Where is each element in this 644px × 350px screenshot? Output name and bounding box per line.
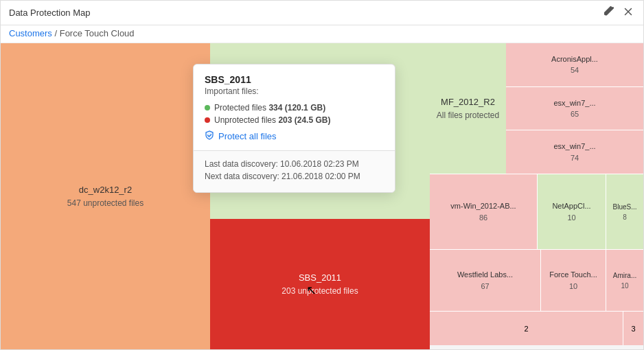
tile-blues[interactable]: BlueS... 8	[606, 174, 643, 249]
protected-text: Protected files 334 (120.1 GB)	[214, 103, 325, 113]
unprotected-dot	[205, 117, 210, 123]
protect-action-label: Protect all files	[218, 131, 277, 141]
tile-vm-win[interactable]: vm-Win_2012-AB... 86	[430, 174, 537, 249]
unprotected-text: Unprotected files 203 (24.5 GB)	[214, 115, 330, 125]
next-discovery: Next data discovery: 21.06.2018 02:00 PM	[205, 172, 384, 181]
tile-right-top-right-stack: AcronisAppl... 54 esx_win7_... 65	[506, 43, 643, 174]
tooltip-lower: Last data discovery: 10.06.2018 02:23 PM…	[194, 151, 395, 192]
titlebar: Data Protection Map	[1, 1, 643, 25]
tooltip-upper: SBS_2011 Important files: Protected file…	[194, 65, 395, 150]
tile-small-2[interactable]: 2	[430, 312, 623, 345]
breadcrumb: Customers / Force Touch Cloud	[1, 25, 643, 43]
tooltip-unprotected-row: Unprotected files 203 (24.5 GB)	[205, 115, 384, 125]
tile-right-bottom-row: Westfield Labs... 67 Force Touch... 10 A…	[430, 249, 643, 311]
tile-esx74[interactable]: esx_win7_... 74	[506, 130, 643, 174]
tile-right-bottom2-row: 2 3	[430, 311, 643, 345]
tile-esx65[interactable]: esx_win7_... 65	[506, 86, 643, 130]
map-container: dc_w2k12_r2 547 unprotected files SBS_20…	[1, 43, 643, 349]
tile-sbs2011-label: SBS_2011 203 unprotected files	[281, 271, 358, 297]
tile-dc-w2k12-label: dc_w2k12_r2 547 unprotected files	[67, 183, 143, 209]
tile-right-col: MF_2012_R2 All files protected AcronisAp…	[430, 43, 643, 349]
shield-icon	[205, 130, 214, 142]
tooltip-title: SBS_2011	[205, 74, 384, 85]
tile-small-3[interactable]: 3	[623, 312, 643, 345]
edit-button[interactable]	[602, 5, 616, 21]
protected-dot	[205, 105, 210, 110]
tile-forcetouch[interactable]: Force Touch... 10	[540, 250, 606, 311]
protect-all-button[interactable]: Protect all files	[205, 130, 384, 142]
tile-mf2012[interactable]: MF_2012_R2 All files protected	[430, 43, 506, 174]
tile-dc-w2k12[interactable]: dc_w2k12_r2 547 unprotected files	[1, 43, 210, 349]
tooltip-popup: SBS_2011 Important files: Protected file…	[193, 64, 395, 193]
tile-acronis[interactable]: AcronisAppl... 54	[506, 43, 643, 86]
tile-right-mid-row: vm-Win_2012-AB... 86 NetAppCl... 10 Blue…	[430, 174, 643, 249]
last-discovery: Last data discovery: 10.06.2018 02:23 PM	[205, 159, 384, 169]
tile-westfield[interactable]: Westfield Labs... 67	[430, 250, 540, 311]
window-title: Data Protection Map	[9, 8, 91, 18]
tooltip-subtitle: Important files:	[205, 86, 384, 96]
tile-sbs2011[interactable]: SBS_2011 203 unprotected files	[210, 219, 430, 349]
tile-netapp[interactable]: NetAppCl... 10	[537, 174, 606, 249]
tile-amira[interactable]: Amira... 10	[606, 250, 643, 311]
breadcrumb-current: Force Touch Cloud	[60, 28, 135, 38]
tooltip-protected-row: Protected files 334 (120.1 GB)	[205, 103, 384, 113]
close-button[interactable]	[621, 5, 635, 21]
breadcrumb-parent[interactable]: Customers	[9, 28, 52, 38]
breadcrumb-separator: /	[52, 28, 60, 38]
window: Data Protection Map Customers / Force To…	[0, 0, 644, 350]
titlebar-actions	[602, 5, 635, 21]
tile-right-top-row: MF_2012_R2 All files protected AcronisAp…	[430, 43, 643, 174]
